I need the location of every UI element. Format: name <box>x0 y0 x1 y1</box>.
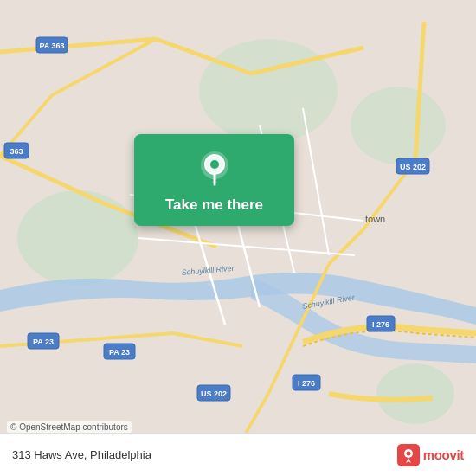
svg-point-1 <box>17 190 138 286</box>
svg-text:363: 363 <box>10 147 23 156</box>
map-background: PA 363 US 202 363 PA 23 PA 23 US 202 I 2… <box>0 0 476 476</box>
svg-text:I 276: I 276 <box>298 379 315 388</box>
map-container: PA 363 US 202 363 PA 23 PA 23 US 202 I 2… <box>0 0 476 476</box>
svg-point-50 <box>406 451 410 455</box>
svg-text:US 202: US 202 <box>201 389 227 398</box>
svg-point-2 <box>199 39 338 143</box>
copyright-text: © OpenStreetMap contributors <box>7 421 132 433</box>
address-text: 313 Haws Ave, Philadelphia <box>12 448 151 461</box>
svg-text:PA 23: PA 23 <box>33 338 54 346</box>
svg-text:town: town <box>365 214 385 224</box>
svg-text:PA 23: PA 23 <box>109 348 130 357</box>
svg-point-4 <box>376 363 454 424</box>
svg-text:US 202: US 202 <box>400 163 426 171</box>
take-me-there-card[interactable]: Take me there <box>134 134 294 226</box>
location-pin-icon <box>196 150 234 188</box>
svg-point-46 <box>210 160 219 169</box>
moovit-brand-text: moovit <box>423 447 464 462</box>
svg-text:PA 363: PA 363 <box>39 42 64 50</box>
moovit-logo: moovit <box>397 444 464 466</box>
svg-text:I 276: I 276 <box>372 320 389 329</box>
bottom-bar: 313 Haws Ave, Philadelphia moovit <box>0 433 476 476</box>
svg-point-3 <box>351 87 446 164</box>
take-me-there-label: Take me there <box>165 196 263 214</box>
moovit-brand-icon <box>397 444 420 466</box>
